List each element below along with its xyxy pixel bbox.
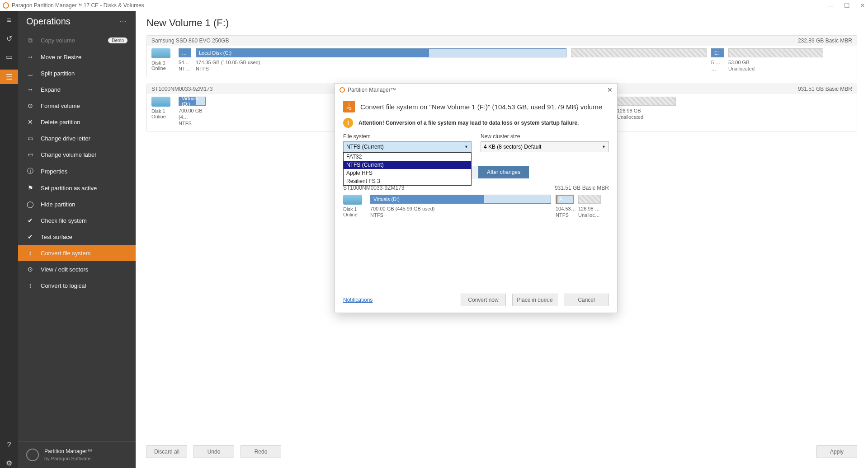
dialog-close-icon[interactable]: ✕ xyxy=(607,86,613,94)
window-title: Paragon Partition Manager™ 17 CE - Disks… xyxy=(12,2,144,9)
partition-size: 700.00 GB (445.99 GB used) xyxy=(370,206,551,212)
partition-label: Virtuals (D:) xyxy=(182,96,205,107)
partition[interactable]: 126.98 GBUnallocated xyxy=(617,97,676,127)
op-label: Change drive letter xyxy=(41,135,90,142)
discard-all-button[interactable]: Discard all xyxy=(146,445,187,458)
fs-label: File system xyxy=(343,133,472,140)
help-icon[interactable]: ? xyxy=(4,440,14,450)
tab-after[interactable]: After changes xyxy=(478,166,529,178)
convert-dialog: Partition Manager™ ✕ ↕FS Convert file sy… xyxy=(335,83,618,313)
cluster-combo[interactable]: 4 KB (8 sectors) Default ▼ xyxy=(481,141,609,152)
op-expand[interactable]: ↔Expand xyxy=(18,81,136,98)
partition[interactable]: Virtuals (D:)700.00 GB (4…NTFS xyxy=(179,97,206,127)
op-copy-volume: ⧉Copy volumeDemo xyxy=(18,32,136,49)
dialog-logo-icon xyxy=(340,87,345,93)
more-icon[interactable]: ⋯ xyxy=(119,17,127,26)
op-label: Convert file system xyxy=(41,250,91,257)
cluster-label: New cluster size xyxy=(481,133,609,140)
op-icon: ↔ xyxy=(26,53,34,61)
sidebar: Operations ⋯ ⧉Copy volumeDemo↔Move or Re… xyxy=(18,11,136,468)
partition[interactable]: Virtuals (D:)700.00 GB (445.99 GB used)N… xyxy=(370,195,551,219)
convert-now-button[interactable]: Convert now xyxy=(461,294,506,306)
op-check-file-system[interactable]: ✔Check file system xyxy=(18,212,136,229)
op-label: Check file system xyxy=(41,217,87,224)
convert-fs-icon: ↕FS xyxy=(343,101,355,112)
op-convert-to-logical[interactable]: ↕Convert to logical xyxy=(18,277,136,294)
op-change-drive-letter[interactable]: ▭Change drive letter xyxy=(18,130,136,146)
partition-size: 53.00 GB xyxy=(728,59,823,66)
settings-icon[interactable]: ⚙ xyxy=(4,458,14,468)
fs-option[interactable]: Resilient FS 3 xyxy=(344,177,471,185)
redo-button[interactable]: Redo xyxy=(241,445,281,458)
op-icon: ↔ xyxy=(26,86,34,93)
dialog-title: Partition Manager™ xyxy=(348,87,396,93)
op-properties[interactable]: ⓘProperties xyxy=(18,163,136,180)
disk-id: Disk 1 xyxy=(343,206,366,212)
cancel-button[interactable]: Cancel xyxy=(564,294,609,306)
partition[interactable]: 126.98 …Unalloc… xyxy=(578,195,601,219)
minimize-icon[interactable]: — xyxy=(828,2,834,9)
partition[interactable]: F:104.53…NTFS xyxy=(556,195,574,219)
disk-name: ST1000NM0033-9ZM173 xyxy=(151,86,212,92)
apply-button[interactable]: Apply xyxy=(816,445,857,458)
disk-name: ST1000NM0033-9ZM173 xyxy=(343,185,404,191)
disk-card: Samsung SSD 860 EVO 250GB232.89 GB Basic… xyxy=(146,35,857,77)
place-in-queue-button[interactable]: Place in queue xyxy=(512,294,557,306)
partition[interactable]: Local Disk (C:)174.35 GB (110.05 GB used… xyxy=(196,48,566,72)
partition-size: 126.98 … xyxy=(578,206,601,212)
partition-size: 54… xyxy=(179,59,191,66)
fs-option[interactable]: FAT32 xyxy=(344,153,471,161)
disk-status: Online xyxy=(343,212,366,217)
op-convert-file-system[interactable]: ↕Convert file system xyxy=(18,245,136,261)
disk-summary: 931.51 GB Basic MBR xyxy=(555,185,609,191)
fs-dropdown: FAT32NTFS (Current)Apple HFSResilient FS… xyxy=(343,152,472,186)
fs-option[interactable]: NTFS (Current) xyxy=(344,161,471,169)
disk-card: ST1000NM0033-9ZM173931.51 GB Basic MBRDi… xyxy=(343,185,609,219)
undo-button[interactable]: Undo xyxy=(193,445,234,458)
partition-fs: NTFS xyxy=(370,212,551,218)
fs-combo[interactable]: NTFS (Current) ▼ xyxy=(343,141,472,152)
op-icon: ⊙ xyxy=(26,102,34,109)
op-label: Hide partition xyxy=(41,201,75,208)
partition[interactable]: 53.00 GBUnallocated xyxy=(728,48,823,72)
op-view-edit-sectors[interactable]: ⊙View / edit sectors xyxy=(18,261,136,277)
partition-fs: Unallocated xyxy=(617,114,676,120)
menu-icon[interactable]: ≡ xyxy=(4,15,14,25)
history-icon[interactable]: ↺ xyxy=(4,33,14,43)
monitor-icon[interactable]: ▭ xyxy=(4,51,14,61)
disk-status: Online xyxy=(151,114,174,119)
partition[interactable]: E:5 …… xyxy=(711,48,724,72)
op-icon: ⚑ xyxy=(26,184,34,192)
op-label: Set partition as active xyxy=(41,185,97,192)
partition[interactable] xyxy=(571,48,707,72)
op-icon: ✔ xyxy=(26,217,34,224)
partition-size: 5 … xyxy=(711,59,724,66)
window-titlebar: Paragon Partition Manager™ 17 CE - Disks… xyxy=(0,0,868,11)
main-content: New Volume 1 (F:) Samsung SSD 860 EVO 25… xyxy=(136,11,868,468)
sidebar-footer: Partition Manager™ by Paragon Software xyxy=(18,441,136,468)
op-hide-partition[interactable]: ◯Hide partition xyxy=(18,196,136,212)
op-move-or-resize[interactable]: ↔Move or Resize xyxy=(18,49,136,65)
dialog-warning: Attention! Conversion of a file system m… xyxy=(359,120,579,126)
op-icon: ⎵ xyxy=(26,70,34,77)
notifications-link[interactable]: Notifications xyxy=(343,297,373,303)
brand-logo-icon xyxy=(26,449,39,461)
disk-summary: 931.51 GB Basic MBR xyxy=(798,86,852,92)
partition-fs: NT… xyxy=(179,66,191,72)
disk-icon xyxy=(151,48,170,58)
close-icon[interactable]: ✕ xyxy=(860,2,865,9)
disks-icon[interactable]: ☰ xyxy=(0,70,18,84)
op-icon: ▭ xyxy=(26,151,34,158)
fs-option[interactable]: Apple HFS xyxy=(344,169,471,177)
op-label: Properties xyxy=(41,168,67,175)
partition-label: Virtuals (D:) xyxy=(373,197,400,202)
partition[interactable]: …54…NT… xyxy=(179,48,191,72)
maximize-icon[interactable]: ☐ xyxy=(844,2,850,9)
op-split-partition[interactable]: ⎵Split partition xyxy=(18,65,136,81)
dialog-heading: Convert file system on "New Volume 1 (F:… xyxy=(360,103,602,111)
op-set-partition-as-active[interactable]: ⚑Set partition as active xyxy=(18,180,136,196)
op-delete-partition[interactable]: ✕Delete partition xyxy=(18,114,136,130)
op-format-volume[interactable]: ⊙Format volume xyxy=(18,98,136,114)
op-test-surface[interactable]: ✔Test surface xyxy=(18,229,136,245)
op-change-volume-label[interactable]: ▭Change volume label xyxy=(18,146,136,163)
